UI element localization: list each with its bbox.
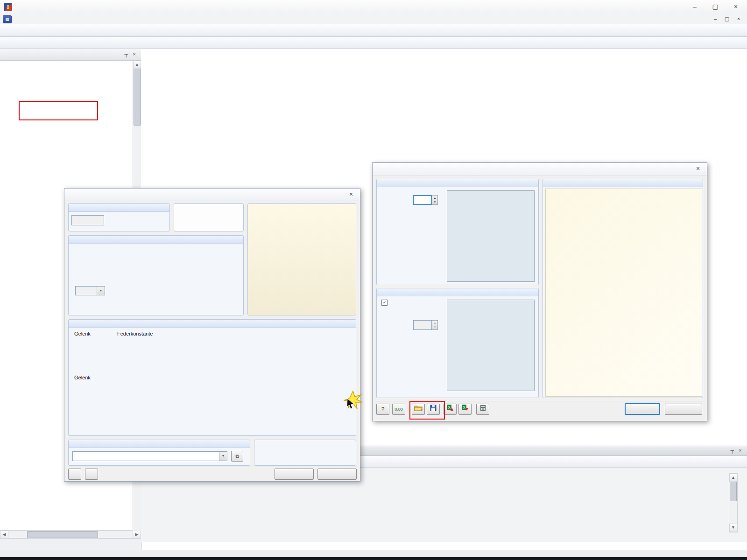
save-diagram-button[interactable] [427, 404, 440, 415]
units-button[interactable] [85, 469, 98, 480]
group-kommentar: ▾ ⧉ [68, 440, 250, 466]
folge-dropdown[interactable]: ▾ [75, 286, 105, 295]
symmetric-checkbox[interactable]: ✓ [381, 300, 390, 306]
hinge-axes-illustration [248, 204, 356, 315]
group-nr [68, 203, 170, 231]
dialog-title-bar[interactable]: × [64, 189, 360, 201]
ok-button[interactable] [625, 403, 660, 415]
close-icon[interactable]: × [346, 190, 356, 199]
group-bezugssystem-label [69, 236, 243, 244]
navigator-hscrollbar[interactable]: ◀ ▶ [0, 531, 141, 538]
steps-field-neg [413, 320, 432, 330]
pin-icon[interactable]: ┬ [728, 447, 736, 455]
scroll-down-icon[interactable]: ▼ [729, 524, 737, 532]
navigator-header: ┬ × [0, 49, 141, 61]
neg-table[interactable] [447, 300, 535, 391]
group-empty-bottom [254, 440, 356, 466]
maximize-button[interactable]: ▢ [705, 0, 726, 13]
col-gelenk2-label: Gelenk [74, 375, 91, 380]
toolbar-edit [0, 37, 747, 49]
steps-spinner[interactable]: ▲▼ [432, 195, 438, 205]
steps-field[interactable] [413, 195, 432, 205]
mdi-close-button[interactable]: × [733, 15, 744, 23]
group-diagramm-label [543, 179, 703, 187]
mdi-restore-button[interactable]: ▢ [721, 15, 733, 23]
scroll-up-icon[interactable]: ▲ [133, 61, 141, 69]
cancel-button[interactable] [317, 469, 357, 480]
help-button[interactable] [68, 469, 81, 480]
excel-import-button[interactable]: X [444, 404, 457, 415]
group-negativer-bereich: ✓ ▲▼ [376, 288, 539, 398]
col-feder-label: Federkonstante [117, 331, 153, 336]
col-gelenk-label: Gelenk [74, 331, 91, 336]
mdi-minimize-button[interactable]: – [710, 15, 721, 23]
cancel-button[interactable] [665, 404, 702, 415]
group-nr-label [69, 204, 169, 212]
pos-table[interactable] [447, 190, 535, 282]
group-positiver-bereich: ▲▼ [376, 179, 539, 285]
minimize-button[interactable]: – [684, 0, 705, 13]
svg-text:X: X [463, 405, 465, 410]
click-indicator-starburst [344, 390, 362, 411]
close-icon[interactable]: × [693, 164, 703, 174]
app-icon: 8 [4, 3, 12, 11]
bottom-strip [0, 557, 747, 560]
close-icon[interactable]: × [130, 51, 138, 58]
dialog-title-bar[interactable]: × [373, 163, 707, 175]
help-button[interactable]: ? [376, 404, 389, 415]
group-gelenk-label [69, 320, 356, 328]
steps-spinner-neg: ▲▼ [432, 320, 438, 330]
close-button[interactable]: × [726, 0, 746, 13]
status-bar [0, 550, 747, 558]
pin-icon[interactable]: ┬ [122, 51, 130, 58]
group-gelenkbedingungen: Gelenk Federkonstante Gelenk [68, 319, 356, 436]
hinge-nr-field[interactable] [71, 215, 104, 225]
mdi-app-icon: ▦ [3, 15, 12, 23]
dialog-stabendgelenk: × ▾ Gelenk Federkonstante Gelenk ▾ ⧉ [64, 188, 360, 482]
dialog-nichtlinearitaet: × ▲▼ ✓ ▲▼ ? 0.00 [372, 162, 707, 421]
title-bar: 8 – ▢ × [0, 0, 747, 14]
moment-rotation-diagram [546, 189, 701, 395]
menu-bar: ▦ [0, 14, 747, 25]
group-empty-top [174, 203, 244, 231]
svg-text:X: X [448, 405, 451, 410]
group-pos-label [377, 179, 538, 187]
ok-button[interactable] [275, 469, 314, 480]
units-button[interactable]: 0.00 [392, 404, 405, 415]
comment-copy-button[interactable]: ⧉ [231, 451, 243, 462]
toolbar-standard [0, 24, 747, 37]
scroll-up-icon[interactable]: ▲ [729, 474, 737, 482]
calculator-button[interactable] [476, 404, 489, 415]
group-bezugssystem: ▾ [68, 235, 244, 315]
table-vscrollbar[interactable]: ▲ ▼ [729, 473, 738, 532]
comment-combobox[interactable]: ▾ [72, 451, 227, 461]
open-diagram-button[interactable] [412, 404, 425, 415]
group-kommentar-label [69, 440, 250, 448]
navigator-tabs [0, 538, 141, 550]
group-neg-label [377, 288, 538, 296]
group-diagramm [543, 179, 703, 398]
excel-export-button[interactable]: X [458, 404, 472, 415]
hinge-illustration [247, 203, 356, 315]
close-icon[interactable]: × [736, 447, 744, 455]
